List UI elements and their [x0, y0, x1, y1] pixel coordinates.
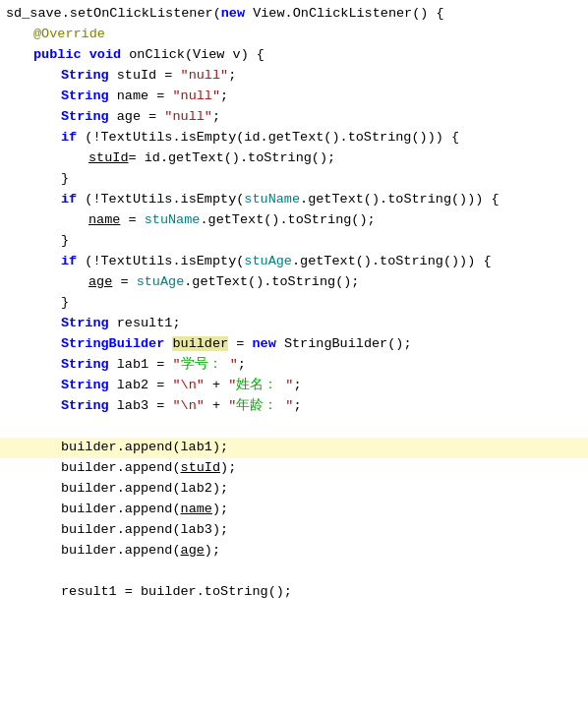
line-1-content: sd_save.setOnClickListener(new View.OnCl… — [0, 4, 444, 25]
code-line-21 — [0, 417, 588, 438]
code-line-15: } — [0, 293, 588, 314]
code-line-11: name = stuName.getText().toString(); — [0, 210, 588, 231]
code-line-20: String lab3 = "\n" + "年龄： "; — [0, 396, 588, 417]
line-21-content — [0, 417, 14, 438]
code-line-16: String result1; — [0, 314, 588, 334]
line-4-content: String stuId = "null"; — [0, 66, 236, 87]
line-11-content: name = stuName.getText().toString(); — [0, 210, 376, 231]
code-line-8: stuId= id.getText().toString(); — [0, 148, 588, 169]
line-20-content: String lab3 = "\n" + "年龄： "; — [0, 396, 302, 417]
line-19-content: String lab2 = "\n" + "姓名： "; — [0, 376, 302, 396]
line-3-content: public void onClick(View v) { — [0, 45, 265, 66]
code-line-10: if (!TextUtils.isEmpty(stuName.getText()… — [0, 190, 588, 210]
line-13-content: if (!TextUtils.isEmpty(stuAge.getText().… — [0, 252, 492, 272]
code-line-22: builder.append(lab1); — [0, 438, 588, 458]
line-22-content: builder.append(lab1); — [0, 438, 228, 458]
code-line-13: if (!TextUtils.isEmpty(stuAge.getText().… — [0, 252, 588, 272]
code-line-9: } — [0, 169, 588, 190]
code-line-19: String lab2 = "\n" + "姓名： "; — [0, 376, 588, 396]
line-25-content: builder.append(name); — [0, 500, 228, 520]
code-line-24: builder.append(lab2); — [0, 479, 588, 500]
code-line-3: public void onClick(View v) { — [0, 45, 588, 66]
code-line-27: builder.append(age); — [0, 541, 588, 562]
code-line-12: } — [0, 231, 588, 252]
code-line-26: builder.append(lab3); — [0, 520, 588, 541]
code-line-14: age = stuAge.getText().toString(); — [0, 272, 588, 293]
line-27-content: builder.append(age); — [0, 541, 220, 562]
line-23-content: builder.append(stuId); — [0, 458, 236, 479]
code-line-5: String name = "null"; — [0, 87, 588, 107]
code-line-4: String stuId = "null"; — [0, 66, 588, 87]
line-7-content: if (!TextUtils.isEmpty(id.getText().toSt… — [0, 128, 459, 148]
code-line-7: if (!TextUtils.isEmpty(id.getText().toSt… — [0, 128, 588, 148]
line-2-content: @Override — [0, 25, 105, 45]
code-line-6: String age = "null"; — [0, 107, 588, 128]
line-29-content: result1 = builder.toString(); — [0, 582, 292, 603]
line-8-content: stuId= id.getText().toString(); — [0, 148, 335, 169]
code-line-18: String lab1 = "学号： "; — [0, 355, 588, 376]
code-line-28 — [0, 562, 588, 582]
code-line-29: result1 = builder.toString(); — [0, 582, 588, 603]
line-14-content: age = stuAge.getText().toString(); — [0, 272, 359, 293]
line-9-content: } — [0, 169, 69, 190]
line-28-content — [0, 562, 14, 582]
line-16-content: String result1; — [0, 314, 181, 334]
code-line-23: builder.append(stuId); — [0, 458, 588, 479]
code-line-2: @Override — [0, 25, 588, 45]
code-line-1: sd_save.setOnClickListener(new View.OnCl… — [0, 4, 588, 25]
line-18-content: String lab1 = "学号： "; — [0, 355, 246, 376]
line-5-content: String name = "null"; — [0, 87, 228, 107]
line-26-content: builder.append(lab3); — [0, 520, 228, 541]
line-12-content: } — [0, 231, 69, 252]
code-editor: sd_save.setOnClickListener(new View.OnCl… — [0, 0, 588, 607]
line-24-content: builder.append(lab2); — [0, 479, 228, 500]
line-10-content: if (!TextUtils.isEmpty(stuName.getText()… — [0, 190, 500, 210]
code-line-25: builder.append(name); — [0, 500, 588, 520]
line-6-content: String age = "null"; — [0, 107, 220, 128]
line-17-content: StringBuilder builder = new StringBuilde… — [0, 334, 412, 355]
line-15-content: } — [0, 293, 69, 314]
code-line-17: StringBuilder builder = new StringBuilde… — [0, 334, 588, 355]
